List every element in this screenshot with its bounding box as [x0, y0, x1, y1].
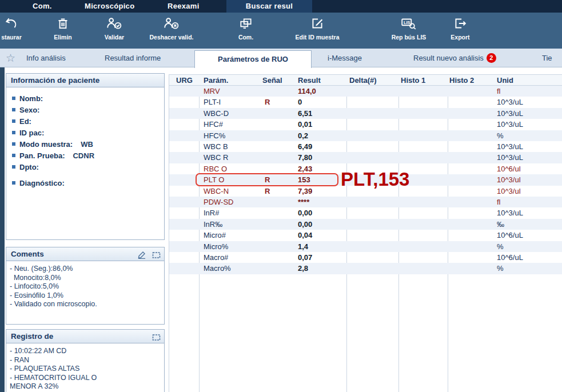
result-cell: 6,51	[298, 108, 312, 119]
param-cell: Macro#	[204, 252, 228, 263]
param-cell: Macro%	[204, 263, 231, 274]
table-row-inr[interactable]: InR#0,0010^3/uL	[169, 207, 562, 218]
table-row-macro[interactable]: Macro#0,0710^6/uL	[169, 252, 562, 263]
toolbar-button-label: Export	[426, 34, 495, 41]
log-line: - PLAQUETAS ALTAS	[10, 365, 161, 374]
flag-cell: R	[265, 97, 270, 107]
bullet-icon	[12, 119, 15, 123]
column-header-urg[interactable]: URG	[176, 75, 193, 86]
column-header-histo-1[interactable]: Histo 1	[401, 75, 425, 86]
person-x-icon	[137, 15, 206, 32]
table-row-inr[interactable]: InR‰0,00‰	[169, 219, 562, 230]
column-header-delta[interactable]: Delta(#)	[349, 75, 377, 86]
subtab-label: Parámetros de RUO	[218, 55, 288, 63]
plt-annotation: PLT,153	[341, 169, 409, 190]
param-cell: WBC B	[204, 141, 228, 152]
result-cell: 0,2	[298, 130, 308, 141]
unit-cell: fl	[497, 86, 501, 97]
unit-cell: fl	[497, 197, 501, 207]
table-row-wbc-b[interactable]: WBC B6,4910^3/uL	[169, 141, 562, 152]
result-cell: ****	[298, 197, 309, 207]
comment-line: - Linfocito:5,0%	[10, 282, 161, 291]
table-row-wbc-d[interactable]: WBC-D6,5110^3/uL	[169, 108, 562, 119]
comment-line: - Neu. (Seg.):86,0%	[10, 265, 161, 274]
log-panel-title: Registro de	[11, 332, 53, 341]
comments-panel: Coments - Neu. (Seg.):86,0% Monocito:8,0…	[6, 247, 165, 325]
table-row-hfc[interactable]: HFC#0,0110^3/uL	[169, 119, 562, 130]
unit-cell: 10^3/uL	[497, 141, 523, 152]
top-tab-reexami[interactable]: Reexami	[168, 0, 200, 13]
table-row-pdw-sd[interactable]: PDW-SD****fl	[169, 197, 562, 207]
column-header-unid[interactable]: Unid	[497, 75, 513, 86]
star-icon[interactable]: ☆	[6, 51, 15, 65]
param-cell: WBC-N	[204, 186, 229, 197]
table-row-micro[interactable]: Micro%1,4%	[169, 241, 562, 252]
maximize-icon[interactable]	[152, 250, 161, 263]
result-cell: 0,04	[298, 230, 312, 241]
subtab-par-metros-de-ruo[interactable]: Parámetros de RUO	[194, 50, 312, 68]
column-header-se-al[interactable]: Señal	[262, 75, 282, 86]
param-cell: HFC%	[204, 130, 225, 141]
log-line: - 10:02:22 AM CD	[10, 347, 161, 356]
content-area: Información de paciente Nomb:Sexo:Ed:ID …	[0, 67, 562, 392]
toolbar-button-deshacer-valid[interactable]: Deshacer valid.	[137, 15, 206, 47]
bullet-icon	[12, 142, 15, 146]
table-row-mrv[interactable]: MRV114,0fl	[169, 86, 562, 97]
flag-cell: R	[265, 186, 270, 197]
unit-cell: %	[497, 130, 504, 141]
unit-cell: 10^3/uL	[497, 119, 523, 130]
bullet-icon	[12, 154, 15, 157]
bullet-icon	[12, 108, 15, 111]
param-cell: HFC#	[204, 119, 223, 130]
unit-cell: %	[497, 263, 504, 274]
column-header-result[interactable]: Result	[298, 75, 321, 86]
result-cell: 0,07	[298, 252, 312, 263]
top-tab-microsc-pico[interactable]: Microscópico	[85, 0, 134, 13]
pencil-icon[interactable]	[137, 250, 146, 263]
subtab-i-message[interactable]: i-Message	[328, 49, 362, 67]
table-row-wbc-r[interactable]: WBC R7,8010^3/uL	[169, 152, 562, 163]
top-tab-com[interactable]: Com.	[33, 0, 52, 13]
patient-field-ed: Ed:	[10, 115, 161, 127]
result-cell: 2,43	[298, 163, 312, 174]
toolbar-button-com[interactable]: Com.	[212, 15, 280, 47]
subtab-info-an-lisis[interactable]: Info análisis	[26, 49, 66, 67]
unit-cell: 10^3/ul	[497, 186, 521, 197]
column-header-par-m[interactable]: Parám.	[204, 75, 228, 86]
param-cell: WBC R	[204, 152, 228, 163]
result-cell: 0,01	[298, 119, 312, 130]
unit-cell: %	[497, 241, 504, 252]
toolbar-button-edit-id-muestra[interactable]: Edit ID muestra	[283, 15, 352, 47]
table-row-macro[interactable]: Macro%2,8%	[169, 263, 562, 274]
subtab-resultad-informe[interactable]: Resultad informe	[105, 49, 161, 67]
unit-cell: 10^3/uL	[497, 152, 523, 163]
table-row-plt-i[interactable]: PLT-IR010^3/uL	[169, 97, 562, 107]
patient-info-panel: Información de paciente Nomb:Sexo:Ed:ID …	[6, 73, 165, 240]
unit-cell: 10^3/uL	[497, 207, 523, 218]
subtab-tie[interactable]: Tie	[542, 49, 552, 67]
column-header-histo-2[interactable]: Histo 2	[449, 75, 474, 86]
maximize-icon[interactable]	[152, 332, 161, 345]
monitor-icon	[212, 15, 280, 32]
result-cell: 1,4	[298, 241, 308, 252]
top-tab-buscar-resul[interactable]: Buscar resul	[226, 0, 312, 13]
toolbar-button-label: Deshacer valid.	[137, 34, 206, 41]
subtab-result-nuevo-an-lisis[interactable]: Result nuevo análisis2	[413, 49, 496, 67]
log-line: - HEMATOCRITO IGUAL O	[10, 374, 161, 383]
subtab-label: i-Message	[328, 54, 362, 62]
param-cell: PDW-SD	[204, 197, 233, 207]
result-cell: 0,00	[298, 219, 312, 230]
new-results-badge: 2	[487, 53, 496, 63]
table-row-hfc[interactable]: HFC%0,2%	[169, 130, 562, 141]
param-cell: InR#	[204, 207, 219, 218]
field-label: ID pac:	[19, 129, 44, 137]
toolbar-button-label: Com.	[212, 34, 280, 41]
top-tab-bar: Com.MicroscópicoReexamiBuscar resul	[0, 0, 562, 13]
subtab-label: Tie	[542, 54, 552, 62]
log-line: MENOR A 32%	[10, 382, 161, 391]
result-cell: 7,80	[298, 152, 312, 163]
toolbar-button-export[interactable]: Export	[426, 15, 495, 47]
unit-cell: 10^3/uL	[497, 108, 523, 119]
table-row-micro[interactable]: Micro#0,0410^6/uL	[169, 230, 562, 241]
subtab-label: Result nuevo análisis	[413, 54, 484, 62]
